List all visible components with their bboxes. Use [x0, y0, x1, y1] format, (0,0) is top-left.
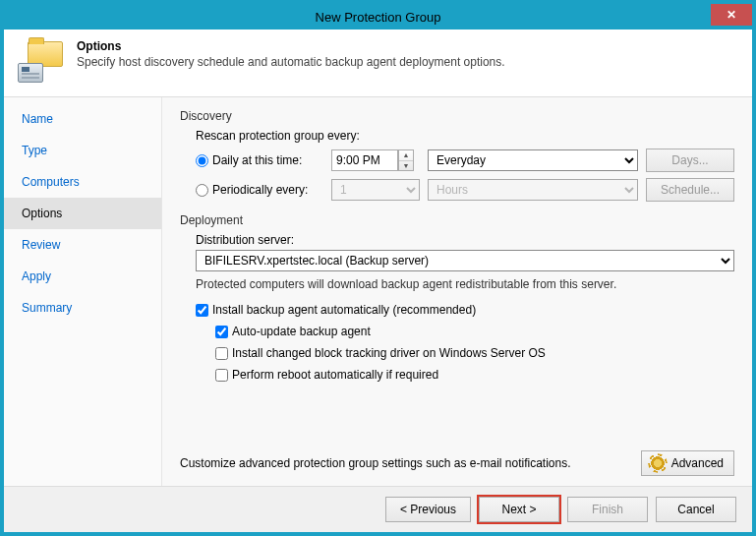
- nav-apply[interactable]: Apply: [4, 261, 161, 292]
- advanced-note: Customize advanced protection group sett…: [180, 456, 631, 470]
- titlebar: New Protection Group ✕: [4, 4, 752, 30]
- header: Options Specify host discovery schedule …: [4, 30, 752, 97]
- nav-computers[interactable]: Computers: [4, 166, 161, 198]
- dist-note: Protected computers will download backup…: [180, 277, 734, 291]
- deployment-title: Deployment: [180, 213, 734, 227]
- header-desc: Specify host discovery schedule and auto…: [77, 55, 505, 69]
- advanced-label: Advanced: [671, 456, 724, 470]
- advanced-button[interactable]: Advanced: [641, 450, 734, 476]
- next-button[interactable]: Next >: [479, 497, 559, 522]
- nav-review[interactable]: Review: [4, 229, 161, 261]
- periodic-label: Periodically every:: [212, 183, 308, 197]
- cbt-checkbox[interactable]: [215, 347, 228, 360]
- spin-up-icon: ▲: [399, 150, 413, 161]
- spin-down-icon: ▼: [399, 161, 413, 171]
- cbt-row: Install changed block tracking driver on…: [215, 346, 734, 360]
- reboot-checkbox[interactable]: [215, 369, 228, 382]
- finish-button[interactable]: Finish: [567, 497, 648, 522]
- discovery-title: Discovery: [180, 109, 734, 123]
- autoupdate-label: Auto-update backup agent: [232, 325, 371, 338]
- button-bar: < Previous Next > Finish Cancel: [4, 486, 752, 532]
- previous-button[interactable]: < Previous: [385, 497, 471, 522]
- autoupdate-checkbox[interactable]: [215, 326, 228, 338]
- install-checkbox[interactable]: [196, 304, 208, 317]
- period-value-select[interactable]: 1: [331, 179, 420, 201]
- window-title: New Protection Group: [4, 10, 752, 25]
- period-unit-select[interactable]: Hours: [428, 179, 638, 201]
- install-label: Install backup agent automatically (reco…: [212, 303, 476, 317]
- install-row: Install backup agent automatically (reco…: [196, 303, 734, 317]
- schedule-button[interactable]: Schedule...: [646, 178, 734, 202]
- sidebar: Name Type Computers Options Review Apply…: [4, 97, 162, 486]
- header-title: Options: [77, 39, 505, 53]
- reboot-row: Perform reboot automatically if required: [215, 368, 734, 382]
- dist-server-select[interactable]: BIFILESRV.xpertstec.local (Backup server…: [196, 250, 734, 271]
- nav-options[interactable]: Options: [4, 198, 161, 229]
- time-input[interactable]: [331, 149, 398, 171]
- header-text: Options Specify host discovery schedule …: [77, 39, 505, 83]
- rescan-label: Rescan protection group every:: [180, 129, 734, 143]
- body: Name Type Computers Options Review Apply…: [4, 97, 752, 486]
- daily-label: Daily at this time:: [212, 153, 302, 167]
- nav-name[interactable]: Name: [4, 103, 161, 135]
- cbt-label: Install changed block tracking driver on…: [232, 346, 546, 360]
- days-button[interactable]: Days...: [646, 149, 734, 172]
- dist-label: Distribution server:: [180, 233, 734, 247]
- time-spinner[interactable]: ▲▼: [398, 149, 414, 171]
- autoupdate-row: Auto-update backup agent: [215, 325, 734, 338]
- day-select[interactable]: Everyday: [428, 149, 638, 171]
- reboot-label: Perform reboot automatically if required: [232, 368, 438, 382]
- cancel-button[interactable]: Cancel: [656, 497, 736, 522]
- close-icon: ✕: [727, 8, 736, 22]
- options-icon: [18, 39, 65, 83]
- gear-icon: [650, 455, 666, 471]
- nav-summary[interactable]: Summary: [4, 292, 161, 324]
- nav-type[interactable]: Type: [4, 135, 161, 166]
- advanced-row: Customize advanced protection group sett…: [180, 450, 734, 476]
- discovery-grid: Daily at this time: ▲▼ Everyday Days... …: [196, 149, 734, 202]
- close-button[interactable]: ✕: [711, 4, 752, 26]
- window: New Protection Group ✕ Options Specify h…: [4, 4, 752, 532]
- daily-radio[interactable]: [196, 154, 208, 167]
- main-panel: Discovery Rescan protection group every:…: [162, 97, 752, 486]
- periodic-radio[interactable]: [196, 184, 208, 197]
